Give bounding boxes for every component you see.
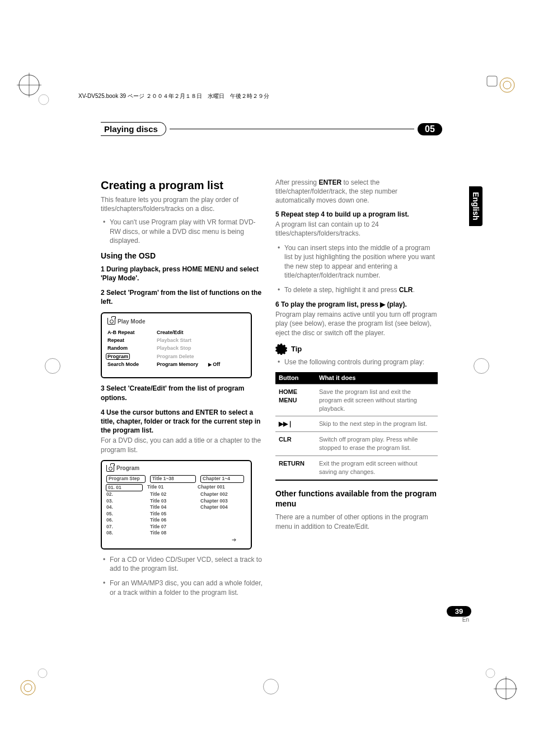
svg-point-5 <box>500 78 514 92</box>
program-row: 05.Title 05 <box>106 511 246 517</box>
other-functions-body: There are a number of other options in t… <box>275 513 438 530</box>
prog-chapter <box>200 517 244 523</box>
step-4: 4 Use the cursor buttons and ENTER to se… <box>101 408 263 435</box>
prog-chapter <box>200 530 244 536</box>
page-footer: 39 En <box>447 606 471 623</box>
button-name: ▶▶❘ <box>275 416 316 432</box>
program-title: Program <box>116 464 139 472</box>
chapter-number: 05 <box>418 123 442 135</box>
tip-label: Tip <box>291 344 302 354</box>
prog-step: 02. <box>106 491 146 497</box>
osd-extra: ▶ Off <box>208 361 220 368</box>
prog-title: Title 01 <box>147 484 193 491</box>
section-heading: Creating a program list <box>101 178 263 193</box>
step-4-body: For a DVD disc, you can add a title or a… <box>101 436 263 454</box>
osd-row: A-B RepeatCreate/Edit <box>107 328 245 336</box>
tip-bullet: Use the following controls during progra… <box>275 358 438 367</box>
right-column: After pressing ENTER to select the title… <box>275 178 438 603</box>
button-desc: Save the program list and exit the progr… <box>316 384 438 416</box>
ph-chapter: Chapter 1~4 <box>200 475 244 482</box>
program-row: 06.Title 06 <box>106 517 246 523</box>
step-6: 6 To play the program list, press ▶ (pla… <box>275 300 438 309</box>
disc-icon <box>107 318 115 325</box>
osd-subhead: Using the OSD <box>101 251 263 261</box>
table-row: RETURNExit the program edit screen witho… <box>275 456 438 480</box>
program-title-row: Program <box>106 464 246 472</box>
osd-right-label: Create/Edit <box>157 329 184 336</box>
osd-left-label: Repeat <box>107 337 151 344</box>
button-name: RETURN <box>275 456 316 480</box>
ph-title: Title 1~38 <box>150 475 196 482</box>
page-number: 39 <box>447 606 471 617</box>
osd-row: RepeatPlayback Start <box>107 336 245 344</box>
prog-chapter <box>200 524 244 530</box>
intro-text: This feature lets you program the play o… <box>101 195 263 213</box>
prog-chapter: Chapter 003 <box>200 498 244 504</box>
prog-chapter: Chapter 001 <box>198 484 241 491</box>
other-functions-head: Other functions available from the progr… <box>275 489 438 510</box>
step-5: 5 Repeat step 4 to build up a program li… <box>275 210 438 219</box>
book-header-line: XV-DV525.book 39 ページ ２００４年２月１８日 水曜日 午後２時… <box>78 92 269 100</box>
scroll-down-icon: ➔ <box>106 536 246 544</box>
osd-left-label: Program <box>107 353 151 360</box>
prog-title: Title 02 <box>150 491 196 497</box>
reg-corner-bl <box>17 666 50 700</box>
bullet-delete: To delete a step, highlight it and press… <box>275 285 438 294</box>
table-row: HOME MENUSave the program list and exit … <box>275 384 438 416</box>
reg-corner-tr <box>484 73 517 106</box>
prog-chapter: Chapter 004 <box>200 504 244 510</box>
chapter-header: Playing discs 05 <box>101 122 442 136</box>
language-tab: English <box>469 186 483 226</box>
reg-mid-bottom <box>263 679 279 694</box>
ae-pre: After pressing <box>275 179 318 186</box>
prog-title: Title 06 <box>150 517 196 523</box>
enter-key: ENTER <box>318 179 341 186</box>
program-row: 08.Title 08 <box>106 530 246 536</box>
prog-chapter <box>200 511 244 517</box>
program-row: 01. 01Title 01Chapter 001 <box>106 484 246 491</box>
osd-title-text: Play Mode <box>118 318 145 326</box>
reg-corner-br <box>484 666 517 700</box>
prog-step: 07. <box>106 524 146 530</box>
button-desc: Skip to the next step in the program lis… <box>316 416 438 432</box>
prog-title: Title 03 <box>150 498 196 504</box>
button-name: HOME MENU <box>275 384 316 416</box>
bullet-restriction: You can't use Program play with VR forma… <box>101 218 263 245</box>
th-what: What it does <box>316 372 438 384</box>
program-osd: Program Program Step Title 1~38 Chapter … <box>101 460 252 550</box>
bullet-mp3: For an WMA/MP3 disc, you can add a whole… <box>101 579 263 597</box>
button-desc: Switch off program play. Press while sto… <box>316 432 438 456</box>
svg-rect-4 <box>487 76 497 86</box>
prog-title: Title 07 <box>150 524 196 530</box>
reg-mid-right <box>474 358 489 374</box>
th-button: Button <box>275 372 316 384</box>
osd-row: RandomPlayback Stop <box>107 344 245 352</box>
prog-title: Title 08 <box>150 530 196 536</box>
svg-point-3 <box>39 95 49 105</box>
step-1: 1 During playback, press HOME MENU and s… <box>101 265 263 283</box>
prog-chapter: Chapter 002 <box>200 491 244 497</box>
prog-step: 04. <box>106 504 146 510</box>
osd-rows: A-B RepeatCreate/EditRepeatPlayback Star… <box>107 328 245 368</box>
prog-step: 03. <box>106 498 146 504</box>
osd-left-label: A-B Repeat <box>107 329 151 336</box>
svg-point-7 <box>21 680 35 695</box>
step-3: 3 Select 'Create/Edit' from the list of … <box>101 384 263 402</box>
table-row: CLRSwitch off program play. Press while … <box>275 432 438 456</box>
step-2: 2 Select 'Program' from the list of func… <box>101 288 263 306</box>
tip-heading: Tip <box>275 343 438 355</box>
step-6-body: Program play remains active until you tu… <box>275 310 438 337</box>
svg-point-6 <box>503 81 511 89</box>
osd-right-label: Playback Stop <box>157 345 191 351</box>
chapter-title: Playing discs <box>101 122 166 136</box>
osd-row: Search ModeProgram Memory▶ Off <box>107 360 245 369</box>
button-name: CLR <box>275 432 316 456</box>
disc-icon <box>106 465 114 472</box>
svg-point-9 <box>38 669 47 678</box>
ph-step: Program Step <box>106 475 146 482</box>
del-pre: To delete a step, highlight it and press <box>284 286 399 294</box>
prog-step: 01. 01 <box>106 484 143 491</box>
page-content: Playing discs 05 English Creating a prog… <box>101 122 442 603</box>
svg-point-10 <box>486 669 495 678</box>
osd-left-label: Search Mode <box>107 361 151 368</box>
